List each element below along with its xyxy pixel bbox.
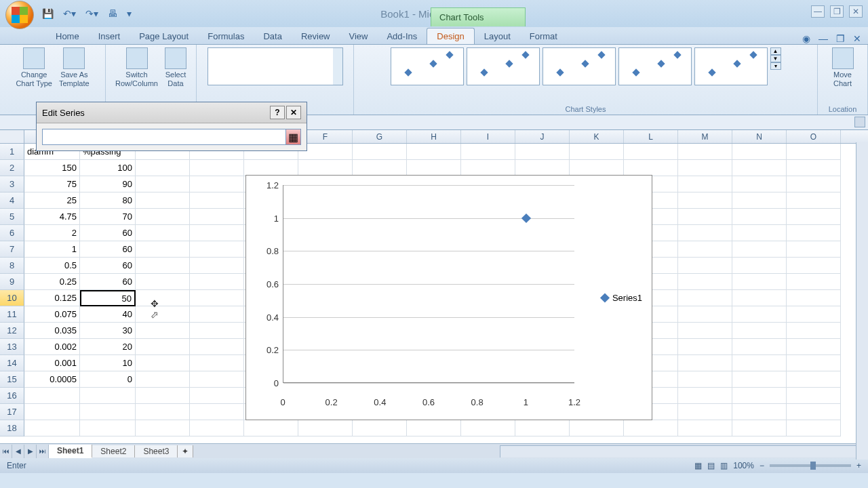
- row-header[interactable]: 2: [0, 160, 24, 176]
- cell[interactable]: [732, 160, 787, 176]
- cell[interactable]: 4.75: [24, 209, 80, 225]
- cell[interactable]: 60: [80, 241, 136, 258]
- row-header[interactable]: 8: [0, 258, 24, 274]
- save-icon[interactable]: 💾: [42, 8, 54, 19]
- chart-style-thumb[interactable]: [542, 47, 616, 85]
- ribbon-close-icon[interactable]: ✕: [853, 33, 861, 44]
- cell[interactable]: [570, 160, 624, 176]
- cell[interactable]: [787, 144, 841, 160]
- cell[interactable]: [787, 306, 841, 323]
- tab-home[interactable]: Home: [46, 28, 89, 44]
- view-normal-icon[interactable]: ▦: [694, 461, 702, 470]
- cell[interactable]: [678, 306, 732, 323]
- cell[interactable]: 150: [24, 160, 80, 176]
- cell[interactable]: 0.0005: [24, 371, 80, 388]
- cell[interactable]: [732, 241, 787, 258]
- zoom-slider[interactable]: [770, 464, 851, 467]
- row-header[interactable]: 9: [0, 274, 24, 290]
- cell[interactable]: [624, 420, 678, 436]
- cell[interactable]: [678, 323, 732, 339]
- cell[interactable]: [136, 355, 190, 371]
- cell[interactable]: [190, 176, 244, 192]
- ribbon-minimize-icon[interactable]: —: [818, 33, 828, 44]
- cell[interactable]: 2: [24, 225, 80, 241]
- tab-design[interactable]: Design: [427, 28, 474, 44]
- col-header-N[interactable]: N: [732, 130, 787, 143]
- col-header-K[interactable]: K: [570, 130, 624, 143]
- cell[interactable]: [732, 192, 787, 209]
- switch-row-column-button[interactable]: Switch Row/Column: [115, 47, 158, 88]
- cell[interactable]: [787, 258, 841, 274]
- cell[interactable]: [136, 241, 190, 258]
- cell[interactable]: [136, 371, 190, 388]
- row-header[interactable]: 3: [0, 176, 24, 192]
- cell[interactable]: [515, 420, 570, 436]
- cell[interactable]: [190, 323, 244, 339]
- dialog-help-icon[interactable]: ?: [270, 106, 285, 119]
- select-data-button[interactable]: Select Data: [165, 47, 186, 88]
- sheet-nav-next-icon[interactable]: ▶: [24, 445, 37, 458]
- cell[interactable]: [787, 420, 841, 436]
- insert-sheet-button[interactable]: ✦: [178, 445, 193, 458]
- cell[interactable]: [190, 160, 244, 176]
- cell[interactable]: [787, 404, 841, 420]
- chart-style-thumb[interactable]: [618, 47, 692, 85]
- data-point[interactable]: [521, 214, 531, 223]
- row-header[interactable]: 1: [0, 144, 24, 160]
- cell[interactable]: [787, 355, 841, 371]
- cell[interactable]: [353, 144, 407, 160]
- cell[interactable]: [678, 371, 732, 388]
- row-header[interactable]: 13: [0, 339, 24, 355]
- view-page-break-icon[interactable]: ▥: [720, 461, 728, 470]
- chart-styles-gallery[interactable]: ▲▼▾: [388, 45, 784, 105]
- redo-icon[interactable]: ↷▾: [85, 8, 98, 19]
- cell[interactable]: [678, 420, 732, 436]
- cell[interactable]: [190, 258, 244, 274]
- change-chart-type-button[interactable]: Change Chart Type: [16, 47, 52, 88]
- cell[interactable]: [678, 388, 732, 404]
- row-header[interactable]: 10: [0, 290, 24, 306]
- formula-bar-expand-icon[interactable]: [854, 117, 865, 127]
- cell[interactable]: [678, 160, 732, 176]
- cell[interactable]: [190, 371, 244, 388]
- row-header[interactable]: 16: [0, 388, 24, 404]
- cell[interactable]: [136, 306, 190, 323]
- cell[interactable]: [787, 290, 841, 306]
- tab-data[interactable]: Data: [254, 28, 291, 44]
- tab-addins[interactable]: Add-Ins: [377, 28, 427, 44]
- cell[interactable]: 0.125: [24, 290, 80, 306]
- cell[interactable]: [190, 404, 244, 420]
- gallery-scroll[interactable]: ▲▼▾: [770, 47, 781, 70]
- chart-style-thumb[interactable]: [694, 47, 768, 85]
- cell[interactable]: [407, 144, 461, 160]
- cell[interactable]: [624, 144, 678, 160]
- ribbon-restore-icon[interactable]: ❐: [836, 33, 845, 44]
- cell[interactable]: 30: [80, 323, 136, 339]
- sheet-tab-2[interactable]: Sheet2: [92, 445, 135, 458]
- range-selector-icon[interactable]: ▦: [286, 129, 301, 145]
- chart-style-thumb[interactable]: [467, 47, 540, 85]
- cell[interactable]: [136, 258, 190, 274]
- col-header-J[interactable]: J: [515, 130, 570, 143]
- vertical-scrollbar[interactable]: [856, 142, 868, 460]
- cell[interactable]: 0.5: [24, 258, 80, 274]
- row-header[interactable]: 11: [0, 306, 24, 323]
- cell[interactable]: [732, 144, 787, 160]
- cell[interactable]: [190, 388, 244, 404]
- cell[interactable]: 1: [24, 241, 80, 258]
- cell[interactable]: 70: [80, 209, 136, 225]
- close-icon[interactable]: ✕: [849, 5, 863, 18]
- tab-review[interactable]: Review: [292, 28, 340, 44]
- zoom-percent[interactable]: 100%: [733, 461, 754, 470]
- cell[interactable]: [190, 355, 244, 371]
- cell[interactable]: [190, 209, 244, 225]
- cell[interactable]: 0.075: [24, 306, 80, 323]
- tab-formulas[interactable]: Formulas: [198, 28, 254, 44]
- sheet-nav-first-icon[interactable]: ⏮: [0, 445, 12, 458]
- cell[interactable]: [190, 290, 244, 306]
- cell[interactable]: [732, 323, 787, 339]
- cell[interactable]: [732, 176, 787, 192]
- cell[interactable]: [80, 404, 136, 420]
- cell[interactable]: [190, 306, 244, 323]
- cell[interactable]: [80, 388, 136, 404]
